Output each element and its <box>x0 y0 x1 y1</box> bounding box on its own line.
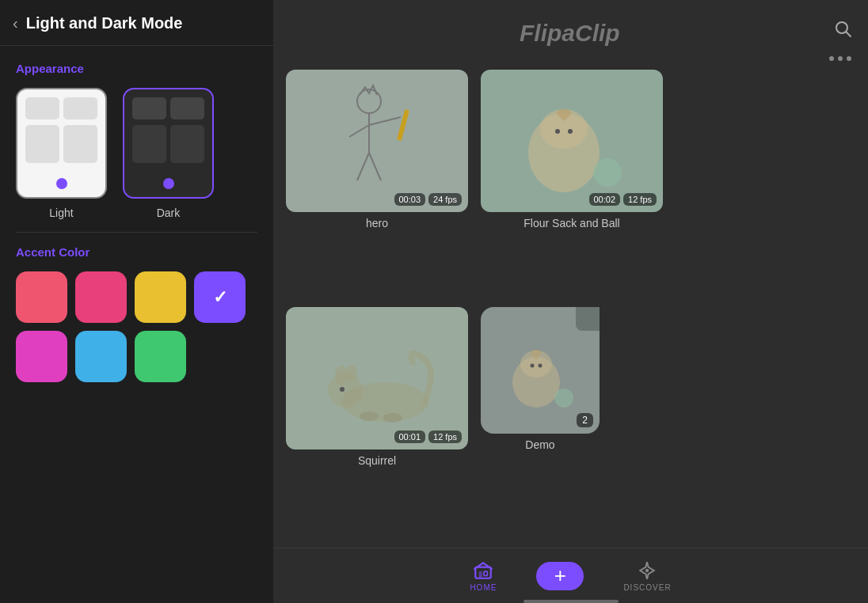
light-theme-preview <box>16 88 107 199</box>
animation-grid: 00:03 24 fps hero <box>273 62 868 548</box>
more-icon <box>828 55 852 62</box>
svg-rect-9 <box>397 109 409 141</box>
accent-color-label: Accent Color <box>16 245 257 259</box>
dark-label: Dark <box>157 207 181 219</box>
panel-content: Appearance Light <box>0 46 273 603</box>
demo-name: Demo <box>525 438 554 451</box>
light-home-dot <box>56 178 67 189</box>
svg-rect-30 <box>476 567 492 578</box>
svg-point-4 <box>838 56 843 61</box>
hero-badges: 00:03 24 fps <box>394 193 463 206</box>
hero-fps: 24 fps <box>428 193 462 206</box>
divider <box>16 232 257 233</box>
home-label: HOME <box>470 583 497 592</box>
svg-line-10 <box>349 125 369 137</box>
add-icon: + <box>554 563 566 588</box>
flour-fps: 12 fps <box>623 193 657 206</box>
dark-block-2a <box>132 125 166 163</box>
app-logo: FlipaClip <box>516 11 626 51</box>
dark-block-1b <box>170 97 204 119</box>
svg-point-21 <box>346 365 357 382</box>
panel-title: Light and Dark Mode <box>26 14 183 32</box>
svg-line-8 <box>369 117 401 125</box>
search-button[interactable] <box>833 19 852 43</box>
svg-point-27 <box>531 364 535 368</box>
home-nav-item[interactable]: HOME <box>470 560 497 592</box>
bottom-nav: HOME + DISCOVER <box>273 548 868 603</box>
accent-grid <box>16 271 257 382</box>
dark-block-2b <box>170 125 204 163</box>
light-label: Light <box>49 207 73 219</box>
svg-point-5 <box>847 56 851 61</box>
light-block-2a <box>25 125 59 163</box>
flour-thumbnail: 00:02 12 fps <box>481 70 663 212</box>
squirrel-fps: 12 fps <box>428 430 462 443</box>
svg-point-15 <box>555 129 560 134</box>
svg-point-16 <box>568 129 573 134</box>
demo-thumbnail: 2 <box>481 307 600 434</box>
panel-header: ‹ Light and Dark Mode <box>0 0 273 46</box>
flour-name: Flour Sack and Ball <box>523 217 619 229</box>
flour-time: 00:02 <box>589 193 621 206</box>
dark-theme-preview <box>123 88 214 199</box>
right-panel: FlipaClip <box>273 0 868 603</box>
hero-figure <box>298 78 456 204</box>
swatch-yellow[interactable] <box>135 271 186 323</box>
squirrel-time: 00:01 <box>394 430 426 443</box>
discover-nav-item[interactable]: DISCOVER <box>623 560 671 592</box>
squirrel-badges: 00:01 12 fps <box>394 430 463 443</box>
theme-cards: Light Dark <box>16 88 257 219</box>
add-button[interactable]: + <box>536 562 584 590</box>
svg-line-11 <box>357 153 369 180</box>
squirrel-figure <box>298 315 456 442</box>
hero-name: hero <box>366 217 388 229</box>
anim-card-squirrel[interactable]: 00:01 12 fps Squirrel <box>286 307 468 532</box>
flour-badges: 00:02 12 fps <box>589 193 657 206</box>
svg-point-22 <box>340 387 345 392</box>
hero-thumbnail: 00:03 24 fps <box>286 70 468 212</box>
left-panel: ‹ Light and Dark Mode Appearance <box>0 0 273 603</box>
svg-point-24 <box>383 413 402 423</box>
appearance-label: Appearance <box>16 62 257 75</box>
swatch-pink[interactable] <box>75 271 127 323</box>
squirrel-name: Squirrel <box>358 454 396 467</box>
swatch-purple[interactable] <box>194 271 246 323</box>
discover-label: DISCOVER <box>623 583 671 592</box>
anim-card-flour[interactable]: 00:02 12 fps Flour Sack and Ball <box>481 70 663 294</box>
svg-rect-31 <box>479 571 482 578</box>
svg-line-12 <box>369 153 381 180</box>
light-block-2b <box>63 125 97 163</box>
svg-rect-32 <box>484 571 487 575</box>
squirrel-thumbnail: 00:01 12 fps <box>286 307 468 449</box>
demo-figure <box>489 315 592 426</box>
svg-point-23 <box>360 411 379 421</box>
svg-point-3 <box>829 56 834 61</box>
svg-point-20 <box>335 366 348 385</box>
swatch-blue[interactable] <box>75 331 127 382</box>
svg-point-17 <box>593 158 622 187</box>
theme-light-card[interactable]: Light <box>16 88 107 219</box>
anim-card-demo[interactable]: 2 Demo <box>481 307 600 532</box>
light-block-1b <box>63 97 97 119</box>
swatch-red[interactable] <box>16 271 67 323</box>
dark-row-1 <box>132 97 204 119</box>
dark-row-2 <box>132 125 204 163</box>
flour-figure <box>493 78 651 204</box>
swatch-magenta[interactable] <box>16 331 67 382</box>
home-icon <box>473 560 493 581</box>
svg-point-28 <box>539 364 542 368</box>
back-button[interactable]: ‹ <box>13 14 18 32</box>
hero-time: 00:03 <box>394 193 426 206</box>
search-icon <box>833 19 852 38</box>
anim-card-hero[interactable]: 00:03 24 fps hero <box>286 70 468 294</box>
right-header: FlipaClip <box>273 0 868 62</box>
theme-dark-card[interactable]: Dark <box>123 88 214 219</box>
light-row-1 <box>25 97 97 119</box>
dark-home-dot <box>163 178 174 189</box>
more-options-button[interactable] <box>828 47 852 66</box>
corner-fold <box>576 307 600 331</box>
light-row-2 <box>25 125 97 163</box>
bottom-bar <box>523 600 619 603</box>
swatch-green[interactable] <box>135 331 186 382</box>
discover-icon <box>637 560 657 581</box>
